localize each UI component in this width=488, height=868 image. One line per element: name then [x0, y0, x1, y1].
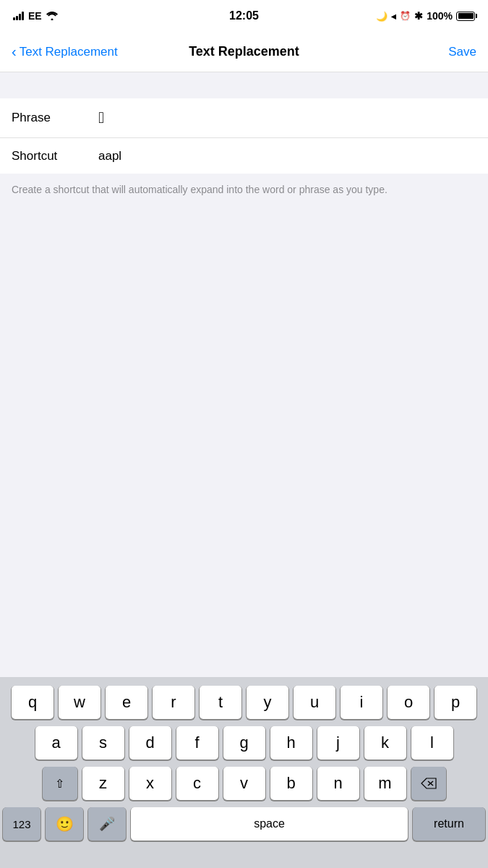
alarm-icon: ⏰: [400, 11, 411, 21]
key-c[interactable]: c: [176, 767, 218, 800]
key-m[interactable]: m: [364, 767, 406, 800]
key-z[interactable]: z: [82, 767, 124, 800]
battery-percent: 100%: [427, 10, 453, 22]
phrase-label: Phrase: [12, 111, 98, 125]
signal-bar-2: [16, 16, 18, 20]
keyboard-home-indicator: [0, 843, 488, 868]
key-row-1: q w e r t y u i o p: [3, 686, 485, 719]
form-section: Phrase  Shortcut aapl: [0, 98, 488, 174]
key-x[interactable]: x: [129, 767, 171, 800]
moon-icon: 🌙: [376, 11, 388, 22]
section-gap-top: [0, 72, 488, 98]
key-d[interactable]: d: [129, 726, 171, 760]
phrase-value[interactable]: : [98, 109, 476, 127]
key-mic[interactable]: 🎤: [88, 807, 126, 841]
battery-indicator: [456, 12, 475, 21]
page-title: Text Replacement: [189, 44, 299, 59]
key-o[interactable]: o: [388, 686, 429, 719]
key-l[interactable]: l: [411, 726, 453, 760]
key-numeric[interactable]: 123: [3, 807, 40, 841]
key-space[interactable]: space: [131, 807, 408, 841]
key-w[interactable]: w: [59, 686, 100, 719]
key-shift[interactable]: ⇧: [43, 767, 77, 800]
back-chevron-icon: ‹: [12, 44, 17, 59]
delete-icon: [421, 778, 437, 789]
save-button[interactable]: Save: [448, 45, 476, 59]
shortcut-label: Shortcut: [12, 149, 98, 163]
key-e[interactable]: e: [106, 686, 147, 719]
keyboard-rows: q w e r t y u i o p a s d f g h j k l ⇧ …: [0, 677, 488, 843]
key-y[interactable]: y: [247, 686, 288, 719]
phrase-row: Phrase : [0, 98, 488, 137]
key-g[interactable]: g: [223, 726, 265, 760]
time-display: 12:05: [229, 9, 259, 22]
key-r[interactable]: r: [153, 686, 194, 719]
key-row-3: ⇧ z x c v b n m: [3, 767, 485, 800]
bluetooth-icon: ✱: [414, 10, 423, 22]
keyboard: q w e r t y u i o p a s d f g h j k l ⇧ …: [0, 677, 488, 868]
signal-bars: [13, 12, 24, 20]
signal-bar-1: [13, 17, 15, 20]
key-j[interactable]: j: [317, 726, 359, 760]
key-row-2: a s d f g h j k l: [3, 726, 485, 760]
carrier-label: EE: [28, 10, 42, 22]
key-v[interactable]: v: [223, 767, 265, 800]
signal-bar-4: [22, 12, 24, 20]
shortcut-value[interactable]: aapl: [98, 149, 476, 163]
key-row-4: 123 🙂 🎤 space return: [3, 807, 485, 841]
key-f[interactable]: f: [176, 726, 218, 760]
key-t[interactable]: t: [200, 686, 241, 719]
key-n[interactable]: n: [317, 767, 359, 800]
key-i[interactable]: i: [341, 686, 382, 719]
key-k[interactable]: k: [364, 726, 406, 760]
status-right: 🌙 ◂ ⏰ ✱ 100%: [376, 10, 475, 22]
nav-bar: ‹ Text Replacement Text Replacement Save: [0, 32, 488, 72]
key-b[interactable]: b: [270, 767, 312, 800]
status-bar: EE 12:05 🌙 ◂ ⏰ ✱ 100%: [0, 0, 488, 32]
key-emoji[interactable]: 🙂: [46, 807, 83, 841]
wifi-icon: [46, 12, 58, 20]
location-icon: ◂: [391, 11, 396, 22]
signal-bar-3: [19, 14, 21, 20]
key-a[interactable]: a: [35, 726, 77, 760]
key-u[interactable]: u: [294, 686, 335, 719]
key-q[interactable]: q: [12, 686, 53, 719]
back-label: Text Replacement: [20, 45, 118, 59]
key-p[interactable]: p: [435, 686, 476, 719]
shortcut-row: Shortcut aapl: [0, 137, 488, 174]
key-delete[interactable]: [411, 767, 446, 800]
key-return[interactable]: return: [413, 807, 485, 841]
back-button[interactable]: ‹ Text Replacement: [12, 45, 118, 59]
status-left: EE: [13, 10, 58, 22]
empty-space: [0, 206, 488, 467]
key-h[interactable]: h: [270, 726, 312, 760]
help-text: Create a shortcut that will automaticall…: [0, 174, 488, 206]
key-s[interactable]: s: [82, 726, 124, 760]
